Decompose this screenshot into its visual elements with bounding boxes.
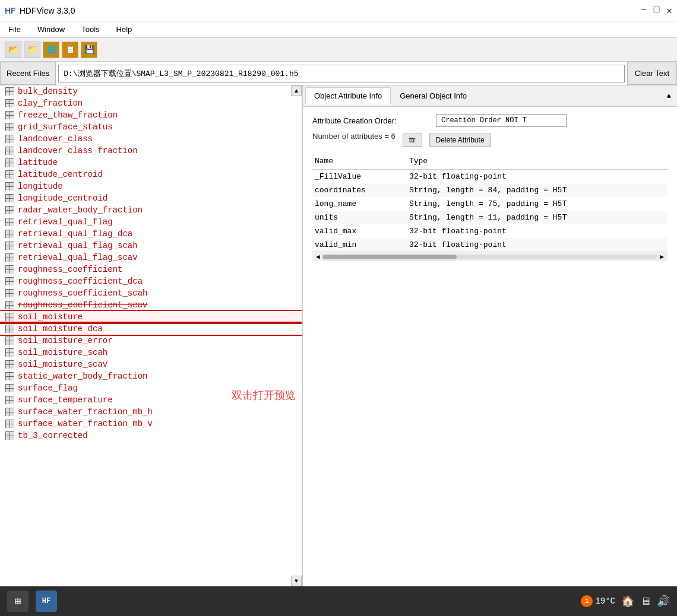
attribute-table-wrapper: Name Type _FillValue32-bit floating-poin… xyxy=(312,155,667,252)
tree-item[interactable]: soil_moisture_scav xyxy=(0,358,302,370)
menu-tools[interactable]: Tools xyxy=(78,24,103,35)
taskbar: ⊞ HF 1 19°C 🏠 🖥 🔊 xyxy=(0,586,677,616)
menu-help[interactable]: Help xyxy=(113,24,136,35)
taskbar-system-icon1: 🏠 xyxy=(621,595,634,608)
close-button[interactable]: ✕ xyxy=(666,5,672,17)
scrollbar-track[interactable] xyxy=(322,255,658,259)
tree-item[interactable]: radar_water_body_fraction xyxy=(0,204,302,216)
scroll-right-btn[interactable]: ▶ xyxy=(657,253,666,261)
maximize-button[interactable]: □ xyxy=(654,5,660,17)
tree-item[interactable]: static_water_body_fraction xyxy=(0,370,302,382)
address-bar: Recent Files Clear Text xyxy=(0,62,677,85)
tree-item[interactable]: longitude_centroid xyxy=(0,192,302,204)
attr-name-cell: valid_min xyxy=(312,238,407,252)
num-attributes-label: Number of attributes = 6 xyxy=(312,132,396,141)
col-header-name: Name xyxy=(312,155,407,170)
menu-file[interactable]: File xyxy=(5,24,24,35)
tree-item[interactable]: landcover_class_fraction xyxy=(0,145,302,157)
tree-item[interactable]: surface_water_fraction_mb_h xyxy=(0,406,302,418)
taskbar-system-icon2: 🖥 xyxy=(640,595,651,608)
tree-item[interactable]: landcover_class xyxy=(0,133,302,145)
notification-badge: 1 xyxy=(581,595,593,607)
attr-type-cell: String, length = 75, padding = H5T xyxy=(407,197,667,211)
tab-general-object-info[interactable]: General Object Info xyxy=(391,87,476,104)
tree-item[interactable]: soil_moisture_error xyxy=(0,335,302,347)
temperature-label: 19°C xyxy=(595,596,615,606)
window-controls[interactable]: − □ ✕ xyxy=(641,5,672,17)
taskbar-icon-grid[interactable]: ⊞ xyxy=(7,590,29,612)
recent-files-button[interactable]: Recent Files xyxy=(0,62,56,85)
attr-type-cell: String, length = 84, padding = H5T xyxy=(407,183,667,197)
add-attr-button[interactable]: ttr xyxy=(403,134,422,147)
tree-item[interactable]: tb_3_corrected xyxy=(0,430,302,442)
scroll-down-arrow[interactable]: ▼ xyxy=(291,576,302,586)
scroll-left-btn[interactable]: ◀ xyxy=(314,253,322,261)
tree-item[interactable]: latitude_centroid xyxy=(0,169,302,180)
menu-bar: File Window Tools Help xyxy=(0,21,677,38)
tree-item[interactable]: roughness_coefficient_scav xyxy=(0,299,302,311)
tree-item[interactable]: soil_moisture_dca xyxy=(0,323,302,335)
annotation-text: 双击打开预览 xyxy=(232,388,296,402)
attr-name-cell: valid_max xyxy=(312,224,407,238)
attr-type-cell: 32-bit floating-point xyxy=(407,224,667,238)
col-header-type: Type xyxy=(407,155,667,170)
tree-item[interactable]: retrieval_qual_flag_scav xyxy=(0,252,302,263)
scrollbar-thumb[interactable] xyxy=(322,255,457,259)
table-row[interactable]: long_nameString, length = 75, padding = … xyxy=(312,197,667,211)
tree-item-soil-moisture[interactable]: soil_moisture xyxy=(0,311,302,323)
tree-item[interactable]: longitude xyxy=(0,180,302,192)
scroll-up-arrow[interactable]: ▲ xyxy=(291,85,302,96)
attr-type-cell: 32-bit floating-point xyxy=(407,238,667,252)
table-row[interactable]: unitsString, length = 11, padding = H5T xyxy=(312,211,667,224)
toolbar-folder-icon[interactable]: 📁 xyxy=(24,42,40,58)
toolbar-open-icon[interactable]: 📂 xyxy=(5,42,21,58)
tree-item[interactable]: retrieval_qual_flag xyxy=(0,216,302,228)
table-row[interactable]: valid_max32-bit floating-point xyxy=(312,224,667,238)
panel-scroll-up[interactable]: ▲ xyxy=(663,91,675,101)
tabs-bar: Object Attribute Info General Object Inf… xyxy=(303,85,677,107)
left-panel: ▲ bulk_density clay_fraction freeze_thaw… xyxy=(0,85,303,586)
tree-item[interactable]: bulk_density xyxy=(0,85,302,97)
tree-item[interactable]: surface_water_fraction_mb_v xyxy=(0,418,302,430)
app-logo: HF xyxy=(5,6,16,15)
tree-item[interactable]: grid_surface_status xyxy=(0,121,302,133)
tree-item[interactable]: roughness_coefficient_dca xyxy=(0,275,302,287)
attr-type-cell: 32-bit floating-point xyxy=(407,170,667,184)
right-panel: Object Attribute Info General Object Inf… xyxy=(303,85,677,586)
tree-item[interactable]: soil_moisture_scah xyxy=(0,347,302,358)
tree-item[interactable]: roughness_coefficient_scah xyxy=(0,287,302,299)
tab-object-attribute-info[interactable]: Object Attribute Info xyxy=(305,87,391,104)
tree-item[interactable]: retrieval_qual_flag_dca xyxy=(0,228,302,240)
minimize-button[interactable]: − xyxy=(641,5,647,17)
delete-attr-button[interactable]: Delete Attribute xyxy=(429,134,491,147)
table-row[interactable]: coordinatesString, length = 84, padding … xyxy=(312,183,667,197)
info-panel: Attribute Creation Order: Creation Order… xyxy=(303,107,677,586)
attr-creation-order-value: Creation Order NOT T xyxy=(436,114,567,127)
path-input[interactable] xyxy=(58,65,624,82)
table-row[interactable]: _FillValue32-bit floating-point xyxy=(312,170,667,184)
tree-item[interactable]: latitude xyxy=(0,157,302,169)
clear-text-button[interactable]: Clear Text xyxy=(627,62,677,85)
taskbar-system-icon3: 🔊 xyxy=(657,595,670,608)
attr-type-cell: String, length = 11, padding = H5T xyxy=(407,211,667,224)
toolbar-web-icon[interactable]: 🌐 xyxy=(43,42,59,58)
tree-item[interactable]: roughness_coefficient xyxy=(0,263,302,275)
attr-name-cell: units xyxy=(312,211,407,224)
table-row[interactable]: valid_min32-bit floating-point xyxy=(312,238,667,252)
title-bar: HF HDFView 3.3.0 − □ ✕ xyxy=(0,0,677,21)
attr-creation-order-row: Attribute Creation Order: Creation Order… xyxy=(312,114,667,127)
taskbar-icon-hdf[interactable]: HF xyxy=(36,590,57,612)
toolbar: 📂 📁 🌐 📋 💾 xyxy=(0,38,677,62)
toolbar-save-icon[interactable]: 💾 xyxy=(81,42,97,58)
attr-creation-order-label: Attribute Creation Order: xyxy=(312,116,431,125)
attribute-table: Name Type _FillValue32-bit floating-poin… xyxy=(312,155,667,252)
attr-name-cell: coordinates xyxy=(312,183,407,197)
tree-item[interactable]: clay_fraction xyxy=(0,97,302,109)
attr-name-cell: _FillValue xyxy=(312,170,407,184)
menu-window[interactable]: Window xyxy=(34,24,68,35)
attr-name-cell: long_name xyxy=(312,197,407,211)
toolbar-copy-icon[interactable]: 📋 xyxy=(62,42,78,58)
tree-item[interactable]: retrieval_qual_flag_scah xyxy=(0,240,302,252)
horizontal-scrollbar[interactable]: ◀ ▶ xyxy=(312,252,667,261)
tree-item[interactable]: freeze_thaw_fraction xyxy=(0,109,302,121)
